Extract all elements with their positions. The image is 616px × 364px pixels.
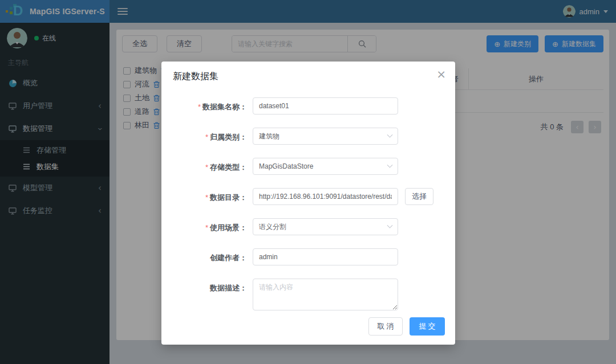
field-label: *存储类型：	[161, 158, 247, 173]
submit-button[interactable]: 提交	[410, 317, 445, 336]
cancel-button[interactable]: 取消	[368, 317, 403, 336]
data-directory-input[interactable]	[253, 188, 398, 205]
required-mark: *	[205, 163, 208, 171]
dataset-name-input[interactable]	[253, 97, 398, 114]
choose-button[interactable]: 选择	[405, 188, 433, 205]
chevron-down-icon	[387, 132, 393, 137]
field-usage-scenario: *使用场景： 语义分割	[161, 218, 455, 235]
required-mark: *	[205, 223, 208, 232]
required-mark: *	[205, 193, 208, 202]
dialog-form: *数据集名称： *归属类别： 建筑物 *存储类型： MapGisDataStor…	[161, 83, 455, 336]
dialog-title: 新建数据集	[161, 62, 455, 83]
app-window: D MapGIS IGServer-S admin 在线	[0, 0, 616, 364]
field-dataset-name: *数据集名称：	[161, 97, 455, 114]
new-dataset-dialog: 新建数据集 × *数据集名称： *归属类别： 建筑物 *存储类型：	[161, 62, 455, 345]
required-mark: *	[198, 103, 201, 111]
field-label: 数据描述：	[161, 279, 247, 293]
field-label: *使用场景：	[161, 218, 247, 233]
author-input[interactable]	[253, 248, 398, 265]
field-author: 创建作者：	[161, 248, 455, 265]
field-data-directory: *数据目录： 选择	[161, 188, 455, 205]
field-category: *归属类别： 建筑物	[161, 128, 455, 145]
dialog-footer: 取消 提交	[161, 317, 455, 336]
category-select[interactable]: 建筑物	[253, 128, 398, 145]
field-description: 数据描述：	[161, 279, 455, 310]
field-label: *数据目录：	[161, 188, 247, 203]
storage-type-select[interactable]: MapGisDataStore	[253, 158, 398, 175]
close-icon[interactable]: ×	[436, 68, 446, 80]
field-label: *数据集名称：	[161, 97, 247, 112]
chevron-down-icon	[387, 162, 393, 167]
usage-scenario-select[interactable]: 语义分割	[253, 218, 398, 235]
required-mark: *	[205, 133, 208, 141]
field-label: *归属类别：	[161, 128, 247, 142]
field-label: 创建作者：	[161, 248, 247, 263]
field-storage-type: *存储类型： MapGisDataStore	[161, 158, 455, 175]
description-textarea[interactable]	[253, 279, 398, 310]
chevron-down-icon	[387, 222, 393, 228]
